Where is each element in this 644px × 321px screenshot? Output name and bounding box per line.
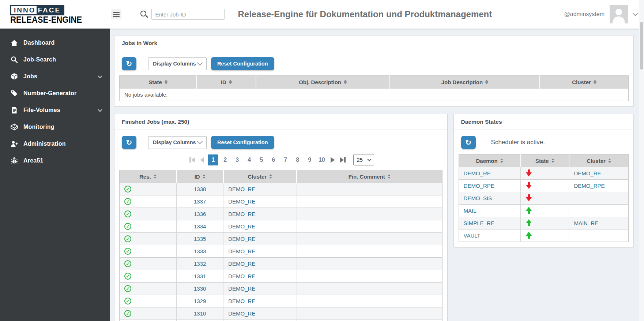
cluster-link[interactable]: DEMO_RPE [569,180,629,192]
scrollbar-thumb[interactable] [640,22,643,70]
page-number-button[interactable]: 5 [256,154,267,165]
state-cell [521,192,569,205]
job-id-link[interactable]: 1330 [177,283,223,295]
page-number-button[interactable]: 4 [244,154,255,165]
daemon-name: DEMO_RE [459,167,521,180]
cluster-link[interactable]: DEMO_RE [223,307,297,320]
table-row: 1335 DEMO_RE [120,233,442,245]
sidebar-item-administration[interactable]: Administration [0,135,110,152]
job-id-search-input[interactable] [151,9,225,20]
job-id-link[interactable]: 1328 [177,320,223,321]
job-id-link[interactable]: 1337 [177,195,223,208]
sidebar-item-area51[interactable]: Area51 [0,152,110,169]
job-id-link[interactable]: 1332 [177,258,223,270]
column-header-state[interactable]: State [521,154,569,167]
main-content: Jobs in Work ↻ Display Columns Reset Con… [110,29,639,321]
last-page-button[interactable] [338,154,347,165]
table-header-row: Res. ID Cluster Fin. Comment [120,170,442,183]
cluster-link[interactable]: DEMO_RE [223,295,297,307]
sidebar-item-monitoring[interactable]: Monitoring [0,119,110,135]
job-id-link[interactable]: 1333 [177,245,223,258]
display-columns-select[interactable]: Display Columns [148,136,207,149]
finished-jobs-controls: ↻ Display Columns Reset Configuration [119,136,442,149]
column-header-cluster[interactable]: Cluster [569,154,629,167]
page-number-button[interactable]: 1 [208,154,218,165]
page-number-button[interactable]: 6 [268,154,279,165]
refresh-button[interactable]: ↻ [122,57,136,70]
job-id-link[interactable]: 1329 [177,295,223,307]
sidebar-item-job-search[interactable]: Job-Search [0,51,110,68]
column-header-fin-comment[interactable]: Fin. Comment [297,170,442,183]
first-page-button[interactable] [187,154,197,165]
job-id-link[interactable]: 1335 [177,233,223,245]
cluster-link[interactable]: DEMO_RPE [223,320,297,321]
sidebar-item-number-generator[interactable]: Number-Generator [0,85,110,102]
job-id-link[interactable]: 1338 [177,183,223,195]
page-number-button[interactable]: 2 [220,154,230,165]
cluster-link[interactable]: DEMO_RE [223,258,297,270]
page-number-button[interactable]: 7 [280,154,291,165]
column-header-obj-description[interactable]: Obj. Description [256,76,390,89]
reset-configuration-button[interactable]: Reset Configuration [211,136,274,149]
table-row: 1331 DEMO_RE [120,270,442,283]
table-header-row: State ID Obj. Description Job Descriptio… [120,76,629,89]
cluster-link[interactable]: DEMO_RE [223,208,297,220]
column-header-result[interactable]: Res. [120,170,177,183]
refresh-button[interactable]: ↻ [461,136,476,149]
user-menu[interactable]: @adminsystem [564,5,638,23]
previous-page-button[interactable] [197,154,207,165]
cluster-link[interactable]: DEMO_RE [223,283,297,295]
page-number-button[interactable]: 10 [316,154,327,165]
sidebar-toggle-button[interactable] [111,9,121,19]
cluster-link[interactable]: DEMO_RE [223,270,297,283]
page-number-button[interactable]: 9 [304,154,315,165]
comment-cell [297,320,442,321]
reset-configuration-button[interactable]: Reset Configuration [211,57,274,70]
sort-icon [388,174,391,179]
page-number-button[interactable]: 3 [232,154,242,165]
column-header-cluster[interactable]: Cluster [223,170,297,183]
column-header-id[interactable]: ID [197,76,256,89]
page-number-button[interactable]: 8 [292,154,303,165]
column-header-daemon[interactable]: Daemon [459,154,521,167]
search-icon [10,56,18,64]
cluster-link[interactable]: DEMO_RE [223,220,297,233]
comment-cell [297,295,442,307]
finished-jobs-panel: Finished Jobs (max. 250) ↻ Display Colum… [114,114,448,321]
success-check-icon [124,285,131,292]
job-id-link[interactable]: 1310 [177,307,223,320]
chevron-down-icon[interactable] [633,11,639,16]
column-header-cluster[interactable]: Cluster [540,76,628,89]
logo-release-engine-text: RELEASE-ENGINE [10,16,82,24]
cluster-link[interactable]: DEMO_RE [223,195,297,208]
sidebar-item-file-volumes[interactable]: File-Volumes [0,102,110,119]
cluster-link[interactable]: MAIN_RE [569,217,629,229]
sidebar-item-dashboard[interactable]: Dashboard [0,34,110,51]
job-id-link[interactable]: 1334 [177,220,223,233]
cluster-cell [569,192,629,205]
refresh-icon: ↻ [126,138,132,147]
cluster-link[interactable]: DEMO_RE [223,245,297,258]
success-check-icon [124,248,131,255]
page-size-select[interactable]: 25 [353,154,374,165]
column-header-state[interactable]: State [120,76,197,89]
column-header-id[interactable]: ID [177,170,223,183]
res-cell [120,183,177,195]
column-header-job-description[interactable]: Job Description [390,76,540,89]
next-page-button[interactable] [328,154,338,165]
avatar[interactable] [610,5,628,23]
state-cell [521,229,569,242]
cluster-link[interactable]: DEMO_RE [569,167,629,180]
chevron-down-icon [98,74,102,78]
job-id-link[interactable]: 1331 [177,270,223,283]
comment-cell [297,220,442,233]
cluster-link[interactable]: DEMO_RE [223,183,297,195]
display-columns-select[interactable]: Display Columns [148,57,207,70]
job-id-link[interactable]: 1336 [177,208,223,220]
vertical-scrollbar[interactable] [639,0,644,321]
table-row: 1332 DEMO_RE [120,258,442,270]
cluster-link[interactable]: DEMO_RE [223,233,297,245]
comment-cell [297,283,442,295]
sidebar-item-jobs[interactable]: Jobs [0,68,110,85]
refresh-button[interactable]: ↻ [122,136,136,149]
